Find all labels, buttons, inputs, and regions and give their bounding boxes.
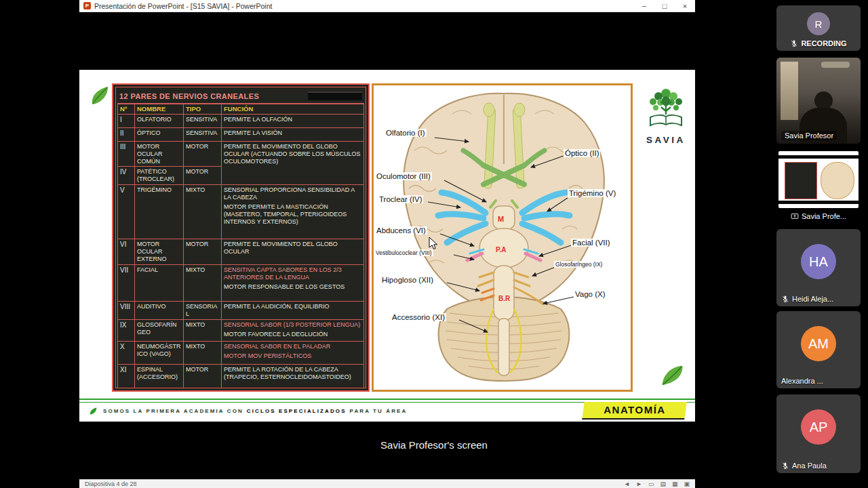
column-header: FUNCIÓN <box>222 104 364 115</box>
background-door <box>781 62 798 120</box>
cell-type: MIXTO <box>184 265 222 302</box>
function-sensory: SENSORIAL SABOR (1/3 POSTERIOR LENGUA) <box>224 321 361 329</box>
minimize-button[interactable]: − <box>634 0 654 12</box>
thumbnail-letterbox <box>778 201 859 204</box>
leaf-icon <box>89 407 98 415</box>
function-motor: MOTOR RESPONSABLE DE LOS GESTOS <box>224 283 361 291</box>
ceiling-light <box>821 62 850 68</box>
next-slide-button[interactable]: ► <box>636 481 642 487</box>
savia-logo: SAVIA <box>635 83 696 145</box>
function-sensory: SENSITIVA CAPTA SABORES EN LOS 2/3 ANTER… <box>224 266 361 281</box>
slide-sorter-view-button[interactable]: ▤ <box>660 481 666 487</box>
participant-tile-savia-profesor[interactable]: Savia Profesor <box>776 58 861 144</box>
footer-tagline: SOMOS LA PRIMERA ACADEMIA CON CICLOS ESP… <box>103 408 407 414</box>
cell-type: SENSITIVA <box>184 127 222 141</box>
cell-number: IV <box>118 167 135 185</box>
table-row: VI MOTOR OCULAR EXTERNO MOTOR PERMITE EL… <box>118 239 364 265</box>
participant-name: Alexandra ... <box>781 377 823 385</box>
cell-number: VI <box>118 239 135 265</box>
window-title: Presentación de PowerPoint - [S15 SAVIA]… <box>94 2 272 10</box>
status-bar: Diapositiva 4 de 28 ◄ ► ▭ ▤ ▦ ▣ <box>79 479 695 488</box>
titlebar: P Presentación de PowerPoint - [S15 SAVI… <box>79 0 695 12</box>
leaf-decoration-top-left <box>89 85 111 106</box>
cell-number: VIII <box>118 302 135 320</box>
cell-function: PERMITE EL MOVIMIENTO DEL GLOBO OCULAR (… <box>222 141 364 185</box>
normal-view-button[interactable]: ▭ <box>648 481 654 487</box>
cell-name: AUDITIVO <box>135 302 184 320</box>
slide: 12 PARES DE NERVIOS CRANEALES Nº NOMBRE … <box>79 70 695 422</box>
thumbnail-brain <box>821 162 854 199</box>
mic-off-icon <box>781 295 789 303</box>
column-header: TIPO <box>184 104 222 115</box>
cranial-nerves-table: Nº NOMBRE TIPO FUNCIÓN I OLFATORIO SENSI… <box>117 104 364 388</box>
participant-name: Savia Profesor <box>781 131 837 140</box>
blackboard-panel: 12 PARES DE NERVIOS CRANEALES Nº NOMBRE … <box>112 83 370 392</box>
function-motor: MOTOR PERMITE LA MASTICACIÓN (MASETERO, … <box>224 203 361 226</box>
subject-label: ANATOMÍA <box>604 404 665 415</box>
screen-caption: Savia Profesor's screen <box>380 439 488 451</box>
participant-tile-alexandra[interactable]: AM Alexandra ... <box>776 311 861 388</box>
cell-number: V <box>118 185 135 239</box>
nerve-label-oculomotor: Oculomotor (III) <box>375 172 432 180</box>
cell-number: II <box>118 127 135 141</box>
subject-highlight: ANATOMÍA <box>582 402 687 420</box>
column-header: Nº <box>118 104 135 115</box>
cell-type: MOTOR <box>184 239 222 265</box>
nerve-label-vagus: Vago (X) <box>574 290 607 298</box>
table-row: X NEUMOGÁSTRICO (VAGO) MIXTO SENSORIAL S… <box>118 342 364 365</box>
thumbnail-letterbox <box>778 155 859 159</box>
table-row: I OLFATORIO SENSITIVA PERMITE LA OLFACIÓ… <box>118 114 364 127</box>
cell-name: MOTOR OCULAR COMÚN <box>135 141 184 167</box>
participant-tile-heidi[interactable]: HA Heidi Aleja... <box>776 229 861 306</box>
nerve-label-facial: Facial (VII) <box>571 239 612 247</box>
function-motor: MOTOR FAVORECE LA DEGLUCIÓN <box>224 331 361 338</box>
table-row: III MOTOR OCULAR COMÚN MOTOR PERMITE EL … <box>118 141 364 167</box>
maximize-button[interactable]: □ <box>654 0 675 12</box>
powerpoint-window: P Presentación de PowerPoint - [S15 SAVI… <box>79 0 695 488</box>
close-button[interactable]: × <box>675 0 695 12</box>
avatar: HA <box>801 244 836 279</box>
table-row: II ÓPTICO SENSITIVA PERMITE LA VISIÓN <box>118 127 364 141</box>
nerve-label-optic: Óptico (II) <box>564 149 600 157</box>
reading-view-button[interactable]: ▦ <box>672 481 678 487</box>
cell-function: SENSORIAL SABOR (1/3 POSTERIOR LENGUA) M… <box>222 320 364 342</box>
avatar: AM <box>801 326 836 361</box>
table-row: VIII AUDITIVO SENSORIAL PERMITE LA AUDIC… <box>118 302 364 320</box>
thumbnail-blackboard <box>785 162 817 199</box>
cell-type: SENSORIAL <box>184 302 222 320</box>
blackboard-title: 12 PARES DE NERVIOS CRANEALES <box>119 92 259 100</box>
cell-name: ESPINAL (ACCESORIO) <box>135 365 184 388</box>
cell-function: PERMITE LA VISIÓN <box>222 127 364 141</box>
slideshow-view-button[interactable]: ▣ <box>684 481 690 487</box>
cell-function: PERMITE LA ROTACIÓN DE LA CABEZA (TRAPEC… <box>222 365 364 388</box>
cell-function: SENSORIAL SABOR EN EL PALADAR MOTOR MOV … <box>222 342 364 365</box>
cell-type: MIXTO <box>184 185 222 239</box>
savia-logo-text: SAVIA <box>635 135 696 145</box>
cell-name: GLOSOFARÍNGEO <box>135 320 184 342</box>
cell-function: PERMITE LA OLFACIÓN <box>222 114 364 127</box>
leaf-decoration-bottom-right <box>658 361 686 389</box>
screen-share-thumbnail <box>778 151 859 208</box>
participant-name: Savia Profe... <box>802 212 846 220</box>
function-sensory: SENSORIAL SABOR EN EL PALADAR <box>224 343 361 350</box>
nerve-label-trigeminal: Trigémino (V) <box>568 189 617 197</box>
cell-type: MOTOR <box>184 365 222 388</box>
cell-name: NEUMOGÁSTRICO (VAGO) <box>135 342 184 365</box>
brainstem-label-m: M <box>498 215 504 223</box>
previous-slide-button[interactable]: ◄ <box>624 481 630 487</box>
participant-tile-recording[interactable]: R RECORDING <box>776 5 861 51</box>
cell-function: PERMITE LA AUDICIÓN, EQUILIBRIO <box>222 302 364 320</box>
cell-name: FACIAL <box>135 265 184 302</box>
column-header: NOMBRE <box>135 104 184 115</box>
participant-tile-screen-share[interactable]: Savia Profe... <box>776 148 861 224</box>
tagline-pre: SOMOS LA PRIMERA ACADEMIA CON <box>103 408 243 414</box>
brain-diagram-panel: M P.A B.R Ol <box>372 83 633 392</box>
participant-tile-ana-paula[interactable]: AP Ana Paula <box>776 394 861 473</box>
cell-number: I <box>118 114 135 127</box>
cell-name: ÓPTICO <box>135 127 184 141</box>
table-row: IX GLOSOFARÍNGEO MIXTO SENSORIAL SABOR (… <box>118 320 364 342</box>
table-row: VII FACIAL MIXTO SENSITIVA CAPTA SABORES… <box>118 265 364 302</box>
participant-name: Ana Paula <box>792 462 827 470</box>
cell-number: XI <box>118 365 135 388</box>
nerve-label-abducens: Abducens (VI) <box>375 226 427 235</box>
